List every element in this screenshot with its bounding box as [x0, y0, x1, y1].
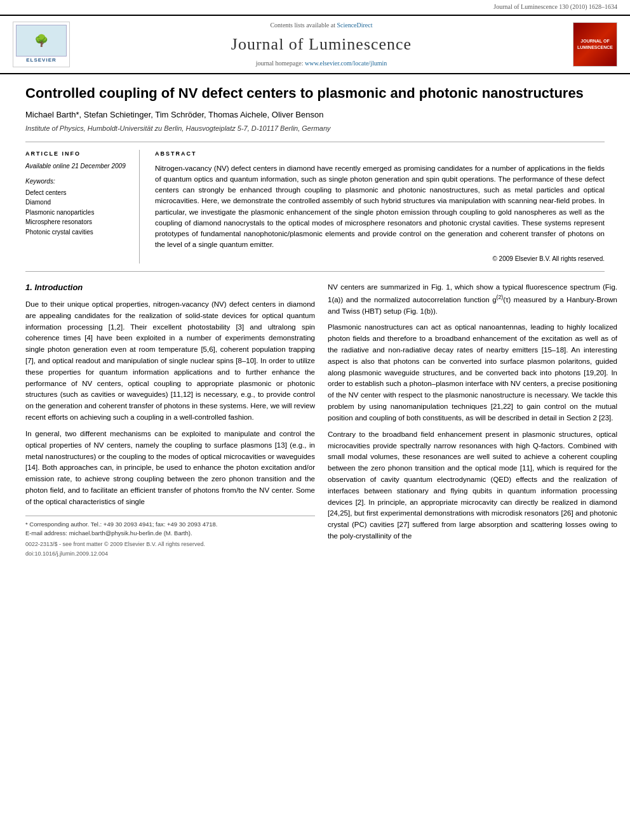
journal-logo-text: JOURNAL OF LUMINESCENCE — [576, 38, 614, 51]
issn-line: 0022-2313/$ - see front matter © 2009 El… — [25, 540, 315, 549]
article-info-title: ARTICLE INFO — [25, 150, 129, 158]
section1-para1: Due to their unique optical properties, … — [25, 299, 315, 423]
keyword-4: Microsphere resonators — [25, 218, 129, 227]
keyword-2: Diamond — [25, 198, 129, 208]
sciencedirect-link[interactable]: ScienceDirect — [337, 22, 372, 29]
abstract-copyright: © 2009 Elsevier B.V. All rights reserved… — [155, 255, 605, 264]
main-columns: 1. Introduction Due to their unique opti… — [25, 282, 605, 558]
col-left: 1. Introduction Due to their unique opti… — [25, 282, 315, 558]
doi-line: doi:10.1016/j.jlumin.2009.12.004 — [25, 550, 315, 558]
article-info: ARTICLE INFO Available online 21 Decembe… — [25, 150, 140, 264]
email-note: E-mail address: michael.barth@physik.hu-… — [25, 529, 315, 538]
right-para2: Plasmonic nanostructures can act as opti… — [328, 322, 617, 423]
corresponding-author-note: * Corresponding author. Tel.: +49 30 209… — [25, 520, 315, 529]
article-body: Controlled coupling of NV defect centers… — [0, 74, 630, 568]
article-title: Controlled coupling of NV defect centers… — [25, 84, 605, 103]
col-right: NV centers are summarized in Fig. 1, whi… — [328, 282, 617, 558]
available-online: Available online 21 December 2009 — [25, 162, 129, 171]
keyword-1: Defect centers — [25, 189, 129, 198]
elsevier-logo-inner: 🌳 — [16, 25, 67, 57]
keyword-3: Plasmonic nanoparticles — [25, 208, 129, 218]
elsevier-logo: 🌳 ELSEVIER — [13, 22, 70, 67]
right-para1: NV centers are summarized in Fig. 1, whi… — [328, 282, 617, 317]
journal-logo-right: JOURNAL OF LUMINESCENCE — [573, 22, 617, 67]
abstract-text: Nitrogen-vacancy (NV) defect centers in … — [155, 163, 605, 251]
article-affiliation: Institute of Physics, Humboldt-Universit… — [25, 124, 605, 134]
abstract-title: ABSTRACT — [155, 150, 605, 158]
journal-center: Contents lists available at ScienceDirec… — [70, 21, 573, 69]
homepage-url[interactable]: www.elsevier.com/locate/jlumin — [305, 60, 387, 67]
journal-citation: Journal of Luminescence 130 (2010) 1628–… — [493, 3, 617, 10]
sciencedirect-line: Contents lists available at ScienceDirec… — [70, 21, 573, 30]
elsevier-brand: ELSEVIER — [16, 57, 67, 64]
article-info-abstract: ARTICLE INFO Available online 21 Decembe… — [25, 142, 605, 272]
journal-top-bar: Journal of Luminescence 130 (2010) 1628–… — [0, 0, 630, 16]
section1-heading: 1. Introduction — [25, 282, 315, 294]
article-abstract: ABSTRACT Nitrogen-vacancy (NV) defect ce… — [155, 150, 605, 264]
elsevier-tree-icon: 🌳 — [34, 32, 48, 49]
section1-para2: In general, two different mechanisms can… — [25, 429, 315, 508]
article-authors: Michael Barth*, Stefan Schietinger, Tim … — [25, 109, 605, 121]
journal-title: Journal of Luminescence — [70, 32, 573, 57]
keyword-5: Photonic crystal cavities — [25, 228, 129, 237]
keywords-label: Keywords: — [25, 177, 129, 187]
journal-homepage: journal homepage: www.elsevier.com/locat… — [70, 59, 573, 69]
footnote-area: * Corresponding author. Tel.: +49 30 209… — [25, 516, 315, 559]
journal-header: 🌳 ELSEVIER Contents lists available at S… — [0, 16, 630, 75]
right-para3: Contrary to the broadband field enhancem… — [328, 429, 617, 542]
